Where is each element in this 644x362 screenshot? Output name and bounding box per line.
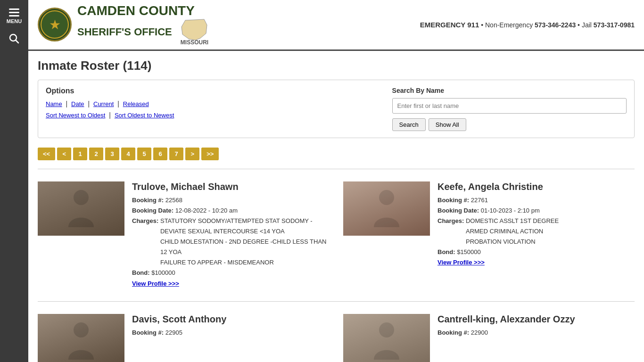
bond-trulove: $100000: [151, 269, 175, 276]
inmate-photo-cantrell: [343, 314, 430, 362]
booking-num-keefe: 22761: [471, 197, 488, 204]
inmate-info-cantrell: Booking #: 22900: [438, 328, 635, 338]
agency-logo: ★: [38, 8, 72, 41]
charge-t-2: CHILD MOLESTATION - 2ND DEGREE -CHILD LE…: [160, 237, 329, 257]
svg-point-5: [379, 322, 394, 337]
name-search-input[interactable]: [392, 98, 627, 114]
page-btn-4[interactable]: 4: [121, 148, 135, 160]
svg-line-1: [16, 41, 19, 43]
page-btn-7[interactable]: 7: [169, 148, 183, 160]
svg-point-3: [379, 190, 394, 205]
inmate-details-keefe: Keefe, Angela Christine Booking #: 22761…: [438, 181, 635, 289]
inmate-card-cantrell: Cantrell-king, Alexzander Ozzy Booking #…: [343, 314, 635, 362]
charge-k-2: ARMED CRIMINAL ACTION: [466, 226, 559, 237]
inmate-photo-davis: [38, 314, 124, 362]
booking-num-label-c: Booking #:: [438, 329, 471, 336]
booking-num-label-k: Booking #:: [438, 197, 471, 204]
sort-oldest-link[interactable]: Sort Oldest to Newest: [115, 112, 174, 119]
filter-released-link[interactable]: Released: [123, 100, 149, 107]
page-btn-3[interactable]: 3: [105, 148, 119, 160]
charges-block-keefe: Charges: DOMESTIC ASSLT 1ST DEGREE ARMED…: [438, 216, 635, 247]
header-contact: EMERGENCY 911 • Non-Emergency 573-346-22…: [420, 21, 635, 29]
charge-k-3: PROBATION VIOLATION: [466, 237, 559, 247]
search-button[interactable]: Search: [392, 118, 426, 131]
bond-label-k: Bond:: [438, 248, 457, 255]
inmate-photo-trulove: [38, 181, 124, 236]
bond-keefe: $150000: [457, 248, 481, 255]
filter-date-link[interactable]: Date: [71, 100, 84, 107]
search-panel: Search By Name Search Show All: [383, 87, 627, 131]
sort-newest-link[interactable]: Sort Newest to Oldest: [46, 112, 105, 119]
page-btn-navnav[interactable]: >>: [201, 148, 219, 160]
charges-label-k: Charges:: [438, 216, 466, 247]
non-emergency-label: Non-Emergency: [485, 21, 533, 29]
page-btn-nav[interactable]: >: [185, 148, 199, 160]
booking-date-trulove: 12-08-2022 - 10:20 am: [175, 207, 238, 214]
non-emergency-phone: 573-346-2243: [535, 21, 576, 29]
charges-list-trulove: STATUTORY SODOMY/ATTEMPTED STAT SODOMY -…: [160, 216, 329, 268]
search-buttons: Search Show All: [392, 118, 627, 131]
booking-num-trulove: 22568: [165, 197, 182, 204]
inmate-name-cantrell: Cantrell-king, Alexzander Ozzy: [438, 314, 635, 325]
star-icon: ★: [49, 17, 61, 33]
options-left: Options Name | Date | Current | Released…: [46, 87, 383, 119]
bond-label-t: Bond:: [132, 269, 151, 276]
hamburger-icon: [7, 8, 22, 16]
booking-num-davis: 22905: [165, 329, 182, 336]
page-btn-2[interactable]: 2: [89, 148, 103, 160]
page-btn-1[interactable]: 1: [73, 148, 87, 160]
header-branding: ★ CAMDEN COUNTY SHERIFF'S OFFICE Missour…: [38, 4, 208, 46]
inmate-details-cantrell: Cantrell-king, Alexzander Ozzy Booking #…: [438, 314, 635, 362]
inmate-details-davis: Davis, Scott Anthony Booking #: 22905: [132, 314, 329, 362]
inmate-name-trulove: Trulove, Michael Shawn: [132, 181, 329, 192]
booking-date-keefe: 01-10-2023 - 2:10 pm: [481, 207, 540, 214]
site-header: ★ CAMDEN COUNTY SHERIFF'S OFFICE Missour…: [28, 0, 644, 51]
view-profile-keefe[interactable]: View Profile >>>: [438, 259, 485, 266]
charges-label-t: Charges:: [132, 216, 160, 268]
page-btn-navnav[interactable]: <<: [38, 148, 55, 160]
menu-button[interactable]: MENU: [4, 5, 25, 28]
missouri-map-icon: [181, 18, 208, 41]
booking-num-cantrell: 22900: [471, 329, 488, 336]
inmate-row-1: Trulove, Michael Shawn Booking #: 22568 …: [38, 174, 635, 296]
booking-date-label-k: Booking Date:: [438, 207, 481, 214]
inmate-row-2: Davis, Scott Anthony Booking #: 22905 Ca…: [38, 306, 635, 362]
options-title: Options: [46, 87, 383, 95]
charge-k-1: DOMESTIC ASSLT 1ST DEGREE: [466, 216, 559, 226]
agency-title-line1: CAMDEN COUNTY: [77, 4, 208, 18]
jail-phone: 573-317-0981: [594, 21, 635, 29]
logo-inner: ★: [41, 10, 69, 39]
svg-point-2: [74, 190, 89, 205]
filter-links: Name | Date | Current | Released: [46, 100, 383, 107]
inmate-info-trulove: Booking #: 22568 Booking Date: 12-08-202…: [132, 195, 329, 289]
divider-mid: [38, 301, 635, 302]
charges-list-keefe: DOMESTIC ASSLT 1ST DEGREE ARMED CRIMINAL…: [466, 216, 559, 247]
inmate-name-keefe: Keefe, Angela Christine: [438, 181, 635, 192]
page-btn-5[interactable]: 5: [137, 148, 151, 160]
agency-title-line2: SHERIFF'S OFFICE: [77, 26, 172, 38]
page-btn-6[interactable]: 6: [153, 148, 167, 160]
agency-name: CAMDEN COUNTY SHERIFF'S OFFICE Missouri: [77, 4, 208, 46]
divider-top: [38, 169, 635, 169]
page-btn-nav[interactable]: <: [57, 148, 71, 160]
sort-links: Sort Newest to Oldest | Sort Oldest to N…: [46, 111, 383, 119]
agency-subtitle: SHERIFF'S OFFICE Missouri: [77, 18, 208, 46]
inmate-info-davis: Booking #: 22905: [132, 328, 329, 338]
inmate-name-davis: Davis, Scott Anthony: [132, 314, 329, 325]
search-by-name-label: Search By Name: [392, 87, 627, 94]
show-all-button[interactable]: Show All: [429, 118, 466, 131]
options-panel: Options Name | Date | Current | Released…: [38, 80, 635, 138]
charges-block-trulove: Charges: STATUTORY SODOMY/ATTEMPTED STAT…: [132, 216, 329, 268]
sidebar: MENU: [0, 0, 28, 362]
filter-current-link[interactable]: Current: [93, 100, 114, 107]
view-profile-trulove[interactable]: View Profile >>>: [132, 280, 179, 287]
main-content: Inmate Roster (114) Options Name | Date …: [28, 51, 644, 362]
pagination: <<<1234567>>>: [38, 148, 635, 160]
filter-name-link[interactable]: Name: [46, 100, 62, 107]
inmate-card-trulove: Trulove, Michael Shawn Booking #: 22568 …: [38, 181, 329, 289]
inmate-photo-keefe: [343, 181, 430, 236]
inmate-card-keefe: Keefe, Angela Christine Booking #: 22761…: [343, 181, 635, 289]
jail-label: Jail: [582, 21, 592, 29]
search-icon-sidebar[interactable]: [9, 33, 19, 46]
svg-point-4: [74, 322, 89, 337]
